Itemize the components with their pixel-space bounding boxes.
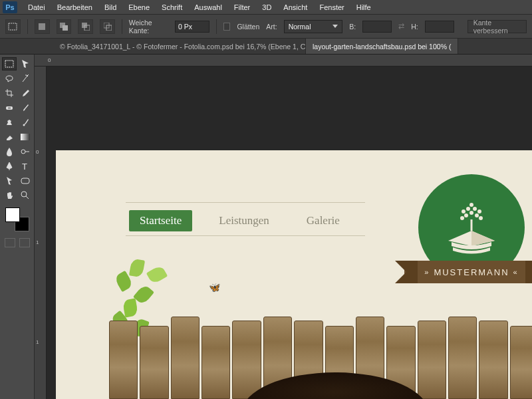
antialias-checkbox[interactable] [223, 23, 231, 31]
chevron-down-icon [332, 25, 338, 28]
svg-rect-11 [21, 134, 30, 140]
svg-point-16 [469, 211, 473, 215]
svg-point-15 [21, 192, 27, 197]
svg-rect-9 [6, 106, 13, 110]
design-nav: Startseite Leistungen Galerie [129, 210, 350, 231]
svg-point-10 [23, 124, 25, 126]
svg-point-25 [479, 216, 483, 220]
menu-3d[interactable]: 3D [257, 2, 277, 13]
hand-tool[interactable] [2, 189, 17, 202]
menu-ansicht[interactable]: Ansicht [278, 2, 313, 13]
swap-wh-icon[interactable]: ⇄ [398, 22, 404, 31]
ruler-horizontal[interactable]: 0 [35, 55, 532, 66]
svg-point-18 [475, 213, 479, 217]
svg-point-19 [462, 209, 466, 213]
menu-bearbeiten[interactable]: Bearbeiten [52, 2, 98, 13]
blur-tool[interactable] [2, 145, 17, 158]
color-swatches[interactable] [5, 207, 29, 231]
options-bar: Weiche Kante: Glätten Art: Normal B: ⇄ H… [0, 15, 532, 39]
lasso-tool[interactable] [2, 72, 17, 85]
marquee-tool-icon[interactable] [5, 19, 21, 34]
selection-sub-icon[interactable] [78, 19, 93, 34]
zoom-tool[interactable] [18, 189, 33, 202]
document-tabs: © Fotolia_34171001_L - © Fotofermer - Fo… [0, 39, 532, 55]
canvas[interactable]: Startseite Leistungen Galerie [47, 66, 532, 399]
screenmode-toggle[interactable] [19, 238, 30, 247]
svg-point-22 [473, 207, 477, 211]
width-input[interactable] [362, 21, 392, 33]
app-logo: Ps [3, 1, 17, 13]
history-brush-tool[interactable] [18, 116, 33, 129]
svg-rect-1 [39, 23, 45, 30]
design-logo: » MUSTERMANN « [408, 174, 532, 301]
height-input[interactable] [425, 21, 454, 33]
tab-document-1[interactable]: © Fotolia_34171001_L - © Fotofermer - Fo… [53, 39, 306, 54]
selection-new-icon[interactable] [35, 19, 50, 34]
pen-tool[interactable] [2, 160, 17, 173]
logo-ribbon: » MUSTERMANN « [404, 261, 532, 283]
canvas-area: 0 0 1 1 Startseite Leistungen Galerie [35, 55, 532, 399]
svg-rect-0 [9, 23, 17, 30]
clone-stamp-tool[interactable] [2, 116, 17, 129]
dodge-tool[interactable] [18, 145, 33, 158]
menu-auswahl[interactable]: Auswahl [189, 2, 227, 13]
svg-text:T: T [22, 162, 27, 170]
menu-bild[interactable]: Bild [99, 2, 122, 13]
nav-galerie: Galerie [296, 210, 350, 231]
tools-panel: T [0, 55, 35, 399]
style-select[interactable]: Normal [284, 20, 343, 33]
nav-startseite: Startseite [129, 210, 192, 231]
svg-point-24 [460, 216, 464, 220]
eyedropper-tool[interactable] [18, 86, 33, 100]
selection-intersect-icon[interactable] [100, 19, 115, 34]
foreground-color-swatch[interactable] [5, 207, 20, 222]
menu-fenster[interactable]: Fenster [314, 2, 349, 13]
svg-point-21 [466, 207, 470, 211]
menu-hilfe[interactable]: Hilfe [351, 2, 376, 13]
arrow-right-icon: » [424, 268, 430, 276]
svg-point-17 [464, 213, 468, 217]
svg-point-20 [477, 209, 481, 213]
svg-rect-14 [21, 178, 29, 184]
type-tool[interactable]: T [18, 160, 33, 173]
selection-add-icon[interactable] [57, 19, 72, 34]
eraser-tool[interactable] [2, 130, 17, 144]
feather-label: Weiche Kante: [129, 19, 168, 35]
tab-document-2[interactable]: layout-garten-landschaftsbau.psd bei 100… [306, 39, 458, 54]
arrow-left-icon: « [513, 268, 519, 276]
logo-text: MUSTERMANN [434, 267, 509, 277]
menubar: Ps Datei Bearbeiten Bild Ebene Schrift A… [0, 0, 532, 15]
path-select-tool[interactable] [2, 174, 17, 188]
width-label: B: [349, 23, 356, 31]
brush-tool[interactable] [18, 101, 33, 114]
menu-datei[interactable]: Datei [23, 2, 51, 13]
shape-tool[interactable] [18, 174, 33, 188]
move-tool[interactable] [18, 57, 33, 70]
svg-rect-3 [63, 25, 68, 31]
menu-filter[interactable]: Filter [229, 2, 255, 13]
menu-schrift[interactable]: Schrift [156, 2, 188, 13]
quickmask-toggle[interactable] [5, 238, 15, 247]
butterfly-icon: 🦋 [209, 282, 220, 293]
gradient-tool[interactable] [18, 130, 33, 144]
work-area: T 0 0 1 1 [0, 55, 532, 399]
marquee-tool[interactable] [2, 57, 17, 70]
menu-ebene[interactable]: Ebene [123, 2, 155, 13]
magic-wand-tool[interactable] [18, 72, 33, 85]
crop-tool[interactable] [2, 86, 17, 100]
refine-edge-button[interactable]: Kante verbessern [467, 20, 527, 33]
height-label: H: [411, 23, 418, 31]
svg-rect-8 [5, 61, 13, 67]
antialias-label: Glätten [237, 23, 259, 31]
svg-point-23 [469, 203, 473, 207]
style-label: Art: [266, 23, 277, 31]
nav-leistungen: Leistungen [208, 210, 280, 231]
ruler-vertical[interactable]: 0 1 1 [35, 66, 47, 399]
design-artboard: Startseite Leistungen Galerie [56, 150, 532, 399]
healing-brush-tool[interactable] [2, 101, 17, 114]
svg-point-12 [21, 150, 25, 154]
feather-input[interactable] [175, 21, 209, 33]
